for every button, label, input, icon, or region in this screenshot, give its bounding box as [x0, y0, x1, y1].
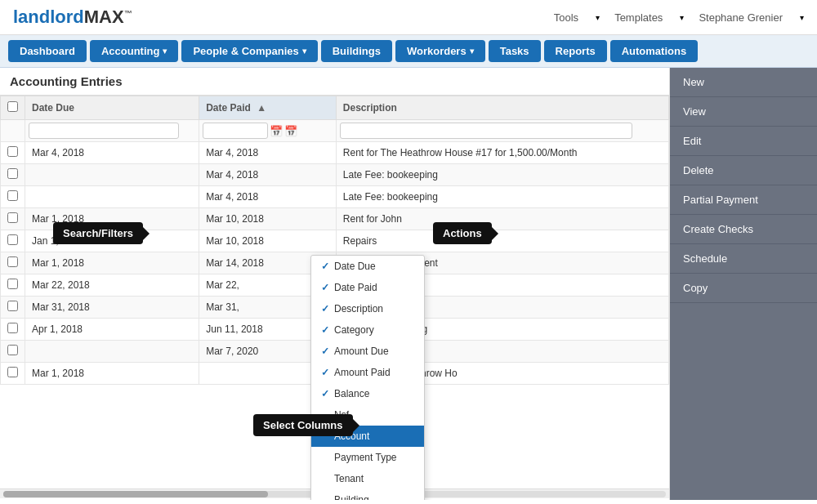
cell-description: Rent for The Heathrow House #17 for 1,50…	[336, 142, 668, 164]
check-icon: ✓	[321, 282, 329, 293]
action-schedule[interactable]: Schedule	[670, 244, 817, 274]
column-selector-dropdown[interactable]: ✓ Date Due ✓ Date Paid ✓ Description ✓ C…	[310, 255, 425, 500]
nav-tasks[interactable]: Tasks	[489, 40, 541, 62]
cell-date-paid: Mar 4, 2018	[199, 142, 337, 164]
description-filter[interactable]	[340, 123, 632, 139]
logo-tm: ™	[124, 9, 132, 18]
nav-dashboard[interactable]: Dashboard	[8, 40, 87, 62]
col-option-description[interactable]: ✓ Description	[311, 298, 424, 319]
col-date-due[interactable]: Date Due	[25, 96, 199, 120]
check-icon: ✓	[321, 324, 329, 336]
col-option-amount-paid[interactable]: ✓ Amount Paid	[311, 362, 424, 383]
cell-description: Repairs	[336, 230, 668, 252]
filter-checkbox-cell	[1, 120, 25, 142]
main-content: Accounting Entries Date Due Da	[0, 68, 817, 500]
calendar-icon-1[interactable]: 📅	[270, 125, 283, 137]
row-checkbox[interactable]	[7, 212, 18, 223]
logo-landlord: landlord	[13, 7, 84, 27]
workorders-dropdown-arrow: ▾	[470, 47, 474, 56]
tools-link[interactable]: Tools	[554, 11, 578, 24]
col-option-account[interactable]: ✓ Account	[311, 426, 424, 447]
action-edit[interactable]: Edit	[670, 127, 817, 156]
action-copy[interactable]: Copy	[670, 274, 817, 303]
table-row[interactable]: Mar 4, 2018 Late Fee: bookeeping	[1, 164, 669, 186]
row-checkbox[interactable]	[7, 234, 18, 245]
cell-date-due	[25, 341, 199, 363]
table-row[interactable]: Mar 1, 2018 Mar 10, 2018 Rent for John	[1, 208, 669, 230]
cell-date-due: Jan 1, 2018	[25, 230, 199, 252]
right-sidebar: New View Edit Delete Partial Payment Cre…	[670, 68, 817, 500]
nav-bar: Dashboard Accounting ▾ People & Companie…	[0, 35, 817, 68]
row-checkbox[interactable]	[7, 168, 18, 179]
table-row[interactable]: Mar 4, 2018 Mar 4, 2018 Rent for The Hea…	[1, 142, 669, 164]
col-option-balance[interactable]: ✓ Balance	[311, 383, 424, 404]
check-icon: ✓	[321, 346, 329, 357]
row-checkbox[interactable]	[7, 323, 18, 333]
cell-description: Rent for John	[336, 208, 668, 230]
col-description[interactable]: Description	[336, 96, 668, 120]
cell-date-due: Mar 1, 2018	[25, 363, 199, 385]
nav-accounting[interactable]: Accounting ▾	[90, 40, 179, 62]
filter-description	[336, 120, 668, 142]
select-all-checkbox[interactable]	[7, 101, 18, 112]
filter-date-paid: 📅 📅	[199, 120, 337, 142]
row-checkbox[interactable]	[7, 367, 18, 377]
row-checkbox[interactable]	[7, 279, 18, 289]
cell-date-paid: Mar 4, 2018	[199, 186, 337, 208]
col-option-tenant[interactable]: ✓ Tenant	[311, 468, 424, 489]
cell-date-due: Mar 1, 2018	[25, 208, 199, 230]
user-link[interactable]: Stephane Grenier	[699, 11, 783, 24]
templates-link[interactable]: Templates	[614, 11, 663, 24]
nav-buildings[interactable]: Buildings	[321, 40, 392, 62]
col-option-amount-due[interactable]: ✓ Amount Due	[311, 341, 424, 362]
row-checkbox[interactable]	[7, 345, 18, 355]
cell-date-due: Mar 31, 2018	[25, 297, 199, 319]
col-option-building[interactable]: ✓ Building	[311, 489, 424, 500]
table-area: Accounting Entries Date Due Da	[0, 68, 670, 500]
check-icon: ✓	[321, 303, 329, 314]
nav-reports[interactable]: Reports	[544, 40, 607, 62]
top-nav: Tools ▾ Templates ▾ Stephane Grenier ▾	[554, 11, 804, 24]
check-icon: ✓	[321, 261, 329, 272]
nav-automations[interactable]: Automations	[610, 40, 698, 62]
row-checkbox[interactable]	[7, 256, 18, 267]
cell-date-paid: Mar 4, 2018	[199, 164, 337, 186]
action-partial-payment[interactable]: Partial Payment	[670, 185, 817, 215]
select-all-header	[1, 96, 25, 120]
date-due-filter[interactable]	[29, 123, 179, 139]
cell-date-due: Mar 22, 2018	[25, 274, 199, 297]
table-row[interactable]: Mar 4, 2018 Late Fee: bookeeping	[1, 186, 669, 208]
action-create-checks[interactable]: Create Checks	[670, 215, 817, 244]
page-title: Accounting Entries	[0, 68, 669, 96]
sort-arrow: ▲	[257, 102, 266, 114]
logo-max: MAX	[84, 7, 124, 27]
filter-date-due	[25, 120, 199, 142]
col-option-date-paid[interactable]: ✓ Date Paid	[311, 277, 424, 298]
date-paid-filter-from[interactable]	[203, 123, 268, 139]
templates-dropdown-arrow: ▾	[680, 13, 684, 22]
calendar-icon-2[interactable]: 📅	[284, 125, 297, 137]
col-option-nsf[interactable]: ✓ Nsf	[311, 404, 424, 426]
action-new[interactable]: New	[670, 68, 817, 97]
row-checkbox[interactable]	[7, 190, 18, 201]
check-icon: ✓	[321, 388, 329, 399]
table-row[interactable]: Jan 1, 2018 Mar 10, 2018 Repairs	[1, 230, 669, 252]
cell-date-due: Apr 1, 2018	[25, 319, 199, 341]
col-option-category[interactable]: ✓ Category	[311, 319, 424, 341]
action-delete[interactable]: Delete	[670, 156, 817, 185]
nav-workorders[interactable]: Workorders ▾	[395, 40, 485, 62]
action-view[interactable]: View	[670, 97, 817, 127]
col-date-paid[interactable]: Date Paid ▲	[199, 96, 337, 120]
cell-date-due	[25, 164, 199, 186]
cell-date-due	[25, 186, 199, 208]
cell-description: Late Fee: bookeeping	[336, 186, 668, 208]
col-option-date-due[interactable]: ✓ Date Due	[311, 256, 424, 277]
check-icon: ✓	[321, 367, 329, 378]
row-checkbox[interactable]	[7, 301, 18, 311]
tools-dropdown-arrow: ▾	[596, 13, 600, 22]
top-bar: landlordMAX™ Tools ▾ Templates ▾ Stephan…	[0, 0, 817, 35]
nav-people-companies[interactable]: People & Companies ▾	[181, 40, 317, 62]
row-checkbox[interactable]	[7, 146, 18, 157]
scrollbar-thumb[interactable]	[3, 491, 268, 497]
col-option-payment-type[interactable]: ✓ Payment Type	[311, 447, 424, 468]
